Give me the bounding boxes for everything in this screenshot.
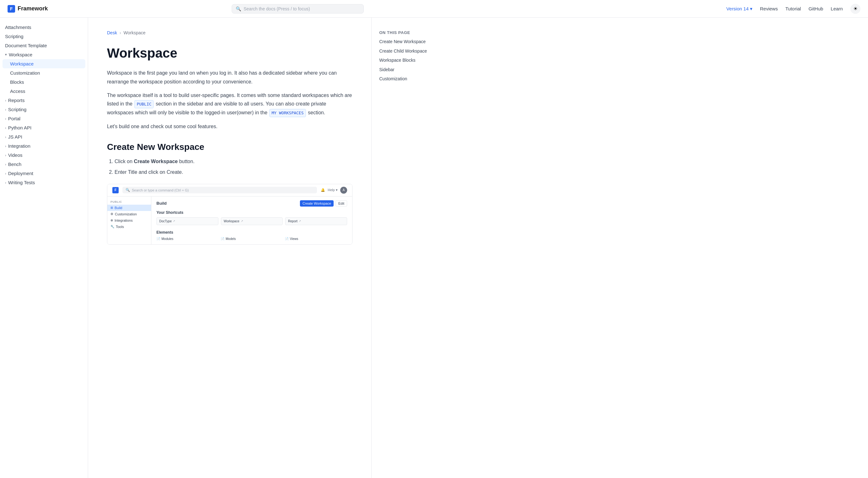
sc-search-placeholder: Search or type a command (Ctrl + G): [132, 188, 189, 192]
sc-sidebar-item-customization[interactable]: ⚙ Customization: [107, 211, 151, 217]
sc-shortcut-doctype: DocType ↗: [156, 217, 218, 225]
sidebar: Attachments Scripting Document Template …: [0, 18, 88, 478]
sidebar-item-scripting-top[interactable]: Scripting: [0, 32, 88, 41]
step1-bold: Create Workspace: [134, 159, 178, 164]
sc-content-title: Build: [156, 201, 167, 206]
logo-text: Framework: [18, 5, 48, 12]
intro-p3: Let's build one and check out some cool …: [107, 122, 352, 131]
sc-actions: 🔔 Help ▾ A: [321, 187, 347, 193]
sc-elements-grid: 📄 Modules 📄 Models 📄 Views: [156, 237, 347, 241]
toc-title: On this page: [379, 30, 433, 35]
sidebar-item-bench[interactable]: › Bench: [0, 160, 88, 169]
sidebar-item-reports[interactable]: › Reports: [0, 96, 88, 105]
toc-item-create-child-workspace[interactable]: Create Child Workspace: [379, 48, 433, 55]
intro-p2: The workspace itself is a tool to build …: [107, 91, 352, 117]
search-icon: 🔍: [236, 6, 241, 11]
sidebar-item-workspace[interactable]: Workspace: [2, 59, 85, 68]
version-chevron: ▾: [750, 6, 752, 12]
section1-heading: Create New Workspace: [107, 142, 352, 152]
sc-edit-btn[interactable]: Edit: [336, 200, 347, 207]
version-selector[interactable]: Version 14 ▾: [726, 6, 752, 12]
step-2: Enter Title and click on Create.: [115, 168, 352, 176]
steps-list: Click on Create Workspace button. Enter …: [115, 157, 352, 176]
sc-sidebar-item-integrations[interactable]: ⊕ Integrations: [107, 217, 151, 223]
sc-sidebar-item-tools[interactable]: 🔧 Tools: [107, 223, 151, 230]
screenshot-inner: F 🔍 Search or type a command (Ctrl + G) …: [107, 184, 352, 244]
header-nav: Version 14 ▾ Reviews Tutorial GitHub Lea…: [726, 4, 861, 14]
js-api-chevron: ›: [5, 135, 6, 139]
sc-element-models: 📄 Models: [221, 237, 283, 241]
breadcrumb: Desk › Workspace: [107, 30, 352, 35]
sidebar-item-portal[interactable]: › Portal: [0, 114, 88, 123]
writing-tests-chevron: ›: [5, 181, 6, 184]
logo-link[interactable]: F Framework: [7, 5, 48, 12]
sc-avatar: A: [340, 187, 347, 193]
sc-tools-icon: 🔧: [111, 225, 114, 228]
breadcrumb-parent[interactable]: Desk: [107, 30, 117, 35]
sidebar-item-scripting-2[interactable]: › Scripting: [0, 105, 88, 114]
sc-topbar: F 🔍 Search or type a command (Ctrl + G) …: [107, 184, 352, 197]
videos-chevron: ›: [5, 153, 6, 157]
sidebar-item-js-api[interactable]: › JS API: [0, 132, 88, 141]
bench-chevron: ›: [5, 162, 6, 166]
sc-bell-icon: 🔔: [321, 188, 325, 192]
logo-icon: F: [7, 5, 15, 12]
sidebar-item-blocks[interactable]: Blocks: [0, 78, 88, 87]
sc-create-workspace-btn[interactable]: Create Workspace: [300, 200, 334, 207]
screenshot-container: F 🔍 Search or type a command (Ctrl + G) …: [107, 184, 352, 245]
workspace-chevron: ▾: [5, 53, 7, 57]
sidebar-item-access[interactable]: Access: [0, 87, 88, 96]
sc-sidebar: PUBLIC ⊞ Build ⚙ Customization ⊕ Integra…: [107, 197, 151, 244]
toc-item-workspace-blocks[interactable]: Workspace Blocks: [379, 57, 433, 64]
sc-help-btn: Help ▾: [328, 188, 338, 192]
intro-p1: Workspace is the first page you land on …: [107, 69, 352, 86]
sc-content-header: Build Create Workspace Edit: [156, 200, 347, 207]
sidebar-item-workspace-group[interactable]: ▾ Workspace: [0, 50, 88, 59]
table-of-contents: On this page Create New Workspace Create…: [371, 18, 441, 478]
toc-item-create-new-workspace[interactable]: Create New Workspace: [379, 39, 433, 45]
page-title: Workspace: [107, 46, 352, 61]
python-api-chevron: ›: [5, 126, 6, 130]
breadcrumb-separator: ›: [120, 30, 121, 35]
integration-chevron: ›: [5, 144, 6, 148]
sc-views-icon: 📄: [285, 237, 288, 241]
sidebar-item-integration[interactable]: › Integration: [0, 141, 88, 151]
theme-toggle[interactable]: ☀: [850, 4, 861, 14]
sc-sidebar-section-public: PUBLIC: [107, 199, 151, 205]
nav-tutorial[interactable]: Tutorial: [785, 6, 801, 11]
breadcrumb-current: Workspace: [124, 30, 146, 35]
sc-customization-icon: ⚙: [111, 212, 113, 216]
sidebar-item-attachments[interactable]: Attachments: [0, 23, 88, 32]
nav-reviews[interactable]: Reviews: [760, 6, 778, 11]
sc-elements-title: Elements: [156, 230, 347, 235]
sidebar-item-python-api[interactable]: › Python API: [0, 123, 88, 132]
sc-element-modules: 📄 Modules: [156, 237, 219, 241]
sc-logo-icon: F: [112, 187, 119, 193]
sc-models-icon: 📄: [221, 237, 224, 241]
sidebar-item-videos[interactable]: › Videos: [0, 151, 88, 160]
sidebar-item-writing-tests[interactable]: › Writing Tests: [0, 178, 88, 187]
nav-learn[interactable]: Learn: [831, 6, 843, 11]
reports-chevron: ›: [5, 98, 6, 102]
sidebar-item-deployment[interactable]: › Deployment: [0, 169, 88, 178]
sc-btn-group: Create Workspace Edit: [300, 200, 347, 207]
search-placeholder: Search the docs (Press / to focus): [244, 6, 310, 11]
sc-search-bar: 🔍 Search or type a command (Ctrl + G): [122, 187, 317, 193]
intro-p2-after: section.: [308, 110, 325, 115]
sc-shortcut-report: Report ↗: [285, 217, 347, 225]
deployment-chevron: ›: [5, 172, 6, 175]
toc-item-customization[interactable]: Customization: [379, 76, 433, 82]
sidebar-item-customization[interactable]: Customization: [0, 68, 88, 78]
sc-modules-icon: 📄: [156, 237, 160, 241]
code-my-workspaces: MY WORKSPACES: [270, 109, 306, 117]
sc-element-views: 📄 Views: [285, 237, 347, 241]
search-bar[interactable]: 🔍 Search the docs (Press / to focus): [231, 4, 364, 13]
scripting-2-chevron: ›: [5, 108, 6, 112]
sc-content-area: Build Create Workspace Edit Your Shortcu…: [151, 197, 352, 244]
sc-build-icon: ⊞: [111, 206, 113, 209]
sidebar-item-document-template[interactable]: Document Template: [0, 41, 88, 50]
nav-github[interactable]: GitHub: [808, 6, 823, 11]
sc-shortcuts-grid: DocType ↗ Workspace ↗ Report ↗: [156, 217, 347, 225]
sc-sidebar-item-build[interactable]: ⊞ Build: [107, 205, 151, 211]
toc-item-sidebar[interactable]: Sidebar: [379, 67, 433, 73]
